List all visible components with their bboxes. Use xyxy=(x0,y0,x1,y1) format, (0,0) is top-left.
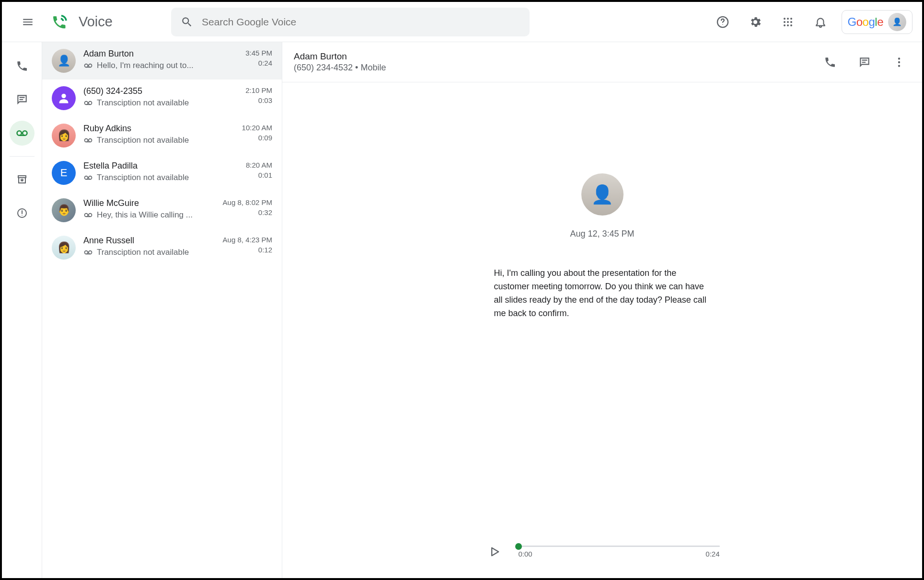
search-icon xyxy=(181,16,193,28)
svg-point-11 xyxy=(17,131,21,135)
nav-spam[interactable] xyxy=(10,201,35,226)
nav-archive[interactable] xyxy=(10,167,35,192)
play-button[interactable] xyxy=(485,542,504,561)
google-voice-logo xyxy=(49,11,70,33)
svg-point-10 xyxy=(790,24,792,26)
contact-avatar: 👩 xyxy=(52,236,76,260)
user-avatar: 👤 xyxy=(888,13,906,31)
nav-calls[interactable] xyxy=(10,54,35,79)
detail-message-button[interactable] xyxy=(853,51,876,74)
voicemail-preview: Transciption not available xyxy=(97,173,189,182)
nav-divider xyxy=(10,156,35,157)
contact-name: Adam Burton xyxy=(83,49,238,59)
message-icon xyxy=(858,56,871,68)
voicemail-item[interactable]: 👤Adam BurtonHello, I'm reaching out to..… xyxy=(42,42,282,80)
archive-icon xyxy=(16,174,28,185)
svg-point-24 xyxy=(89,176,92,180)
voicemail-preview: Transciption not available xyxy=(97,248,189,257)
bell-icon xyxy=(814,16,827,28)
voicemail-item[interactable]: 👩Anne RussellTransciption not availableA… xyxy=(42,229,282,266)
contact-name: Estella Padilla xyxy=(83,161,238,171)
voicemail-time: 10:20 AM xyxy=(242,124,272,132)
svg-point-3 xyxy=(787,18,789,20)
svg-point-19 xyxy=(85,102,88,105)
svg-point-5 xyxy=(784,21,785,23)
contact-name: Ruby Adkins xyxy=(83,124,234,134)
svg-point-12 xyxy=(23,131,27,135)
svg-point-28 xyxy=(89,251,92,254)
voicemail-item[interactable]: 👩Ruby AdkinsTransciption not available10… xyxy=(42,117,282,154)
voicemail-preview: Transciption not available xyxy=(97,136,189,145)
svg-point-6 xyxy=(787,21,789,23)
voicemail-time: Aug 8, 4:23 PM xyxy=(223,236,272,244)
voicemail-duration: 0:03 xyxy=(245,96,272,104)
voicemail-icon xyxy=(83,248,93,257)
notifications-button[interactable] xyxy=(809,11,832,34)
svg-point-27 xyxy=(85,251,88,254)
svg-point-31 xyxy=(898,65,900,67)
app-header: Voice xyxy=(2,2,922,42)
detail-call-button[interactable] xyxy=(819,51,842,74)
svg-point-4 xyxy=(790,18,792,20)
detail-contact-subtitle: (650) 234-4532 • Mobile xyxy=(294,63,386,73)
svg-point-17 xyxy=(89,64,92,68)
detail-more-button[interactable] xyxy=(888,51,911,74)
voicemail-duration: 0:01 xyxy=(246,171,272,179)
voicemail-preview: Hey, this ia Willie calling ... xyxy=(97,210,193,220)
detail-avatar: 👤 xyxy=(581,173,624,216)
voicemail-icon xyxy=(15,126,29,140)
apps-grid-icon xyxy=(782,16,794,28)
header-actions: Google 👤 xyxy=(711,10,912,34)
voicemail-time: 3:45 PM xyxy=(245,49,272,57)
detail-contact-name: Adam Burton xyxy=(294,51,386,62)
svg-point-2 xyxy=(784,18,785,20)
svg-point-29 xyxy=(898,57,900,59)
svg-rect-13 xyxy=(18,176,26,178)
account-chip[interactable]: Google 👤 xyxy=(842,10,912,34)
settings-button[interactable] xyxy=(744,11,767,34)
voicemail-preview: Hello, I'm reaching out to... xyxy=(97,61,194,70)
voicemail-duration: 0:24 xyxy=(245,59,272,67)
contact-avatar: 👤 xyxy=(52,49,76,73)
contact-avatar: 👨 xyxy=(52,198,76,222)
svg-point-22 xyxy=(89,139,92,142)
total-time: 0:24 xyxy=(705,550,719,558)
detail-transcript: Hi, I'm calling you about the presentati… xyxy=(494,267,711,320)
phone-icon xyxy=(16,60,28,72)
navigation-rail xyxy=(2,42,42,578)
message-icon xyxy=(16,93,28,106)
voicemail-time: 8:20 AM xyxy=(246,161,272,169)
svg-point-25 xyxy=(85,214,88,217)
voicemail-preview: Transciption not available xyxy=(97,98,189,108)
contact-avatar: 👩 xyxy=(52,124,76,148)
progress-track[interactable] xyxy=(519,546,720,547)
help-icon xyxy=(716,15,729,29)
voicemail-item[interactable]: EEstella PadillaTransciption not availab… xyxy=(42,154,282,192)
contact-avatar: E xyxy=(52,161,76,185)
voicemail-icon xyxy=(83,173,93,182)
svg-point-21 xyxy=(85,139,88,142)
voicemail-item[interactable]: (650) 324-2355Transciption not available… xyxy=(42,80,282,117)
nav-voicemail[interactable] xyxy=(10,121,35,146)
svg-point-16 xyxy=(85,64,88,68)
svg-point-15 xyxy=(22,215,23,216)
google-apps-button[interactable] xyxy=(776,11,799,34)
elapsed-time: 0:00 xyxy=(519,550,532,558)
gear-icon xyxy=(749,15,762,29)
progress-handle[interactable] xyxy=(515,543,522,550)
search-bar[interactable] xyxy=(171,8,530,36)
svg-point-7 xyxy=(790,21,792,23)
main-menu-button[interactable] xyxy=(16,11,39,34)
search-input[interactable] xyxy=(202,16,520,28)
voicemail-duration: 0:12 xyxy=(223,246,272,254)
svg-point-20 xyxy=(89,102,92,105)
voicemail-item[interactable]: 👨Willie McGuireHey, this ia Willie calli… xyxy=(42,192,282,229)
voicemail-time: 2:10 PM xyxy=(245,86,272,94)
svg-point-30 xyxy=(898,61,900,63)
svg-point-9 xyxy=(787,24,789,26)
nav-messages[interactable] xyxy=(10,87,35,112)
voicemail-duration: 0:09 xyxy=(242,134,272,142)
audio-player: 0:00 0:24 xyxy=(282,535,922,578)
help-button[interactable] xyxy=(711,11,734,34)
phone-icon xyxy=(824,56,836,68)
